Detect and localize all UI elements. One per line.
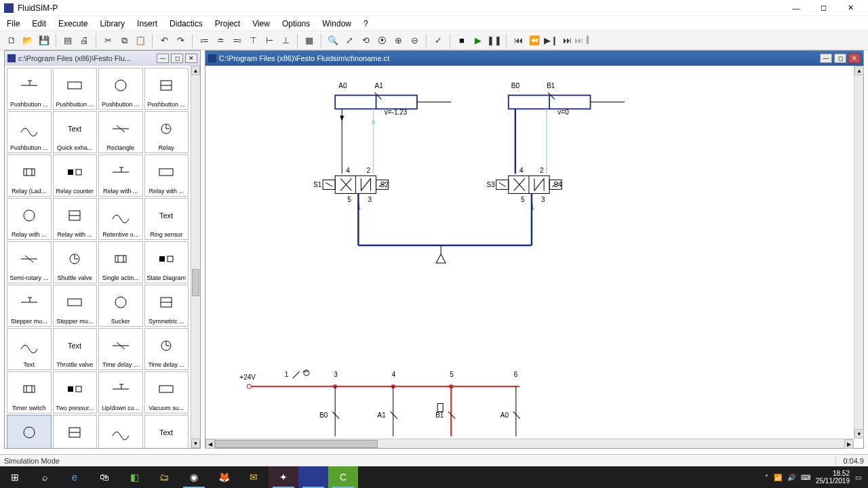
palette-item[interactable]: Two pressur... bbox=[53, 371, 98, 413]
doc-close-button[interactable]: ✕ bbox=[848, 54, 861, 63]
align-left-icon[interactable]: ≔ bbox=[197, 33, 212, 48]
camtasia-icon[interactable]: C bbox=[328, 466, 358, 488]
align-top-icon[interactable]: ⊤ bbox=[245, 33, 260, 48]
palette-item[interactable]: Valve solen... bbox=[53, 415, 98, 448]
firefox-icon[interactable]: 🦊 bbox=[209, 466, 239, 488]
open-icon[interactable]: 📂 bbox=[20, 33, 35, 48]
undo-icon[interactable]: ↶ bbox=[157, 33, 172, 48]
scroll-down-icon[interactable]: ▼ bbox=[191, 439, 200, 448]
palette-item[interactable]: Stepper mo... bbox=[7, 285, 52, 327]
tray-chevron-icon[interactable]: ˄ bbox=[765, 474, 768, 481]
zoom-prev-icon[interactable]: ⟲ bbox=[358, 33, 373, 48]
close-button[interactable]: ✕ bbox=[837, 0, 864, 16]
scroll-thumb[interactable] bbox=[215, 440, 378, 448]
menu-edit[interactable]: Edit bbox=[29, 18, 49, 30]
rewind-icon[interactable]: ⏮ bbox=[511, 33, 526, 48]
play-icon[interactable]: ▶ bbox=[471, 33, 486, 48]
step-back-icon[interactable]: ⏪ bbox=[527, 33, 542, 48]
palette-item[interactable]: Relay with ... bbox=[7, 198, 52, 240]
palette-item[interactable]: Rectangle bbox=[98, 111, 143, 153]
palette-header[interactable]: c:\Program Files (x86)\Festo Flu... — ◻ … bbox=[5, 51, 200, 66]
palette-item[interactable]: Sucker bbox=[98, 285, 143, 327]
palette-item[interactable]: State Diagram bbox=[144, 241, 189, 283]
edge-icon[interactable]: e bbox=[60, 466, 90, 488]
palette-item[interactable]: Time delay ... bbox=[144, 328, 189, 370]
scroll-up-icon[interactable]: ▲ bbox=[191, 66, 200, 75]
system-tray[interactable]: ˄ 📶 🔊 ⌨ 18.52 25/11/2019 ▭ bbox=[758, 470, 868, 485]
doc-hscrollbar[interactable]: ◀ ▶ bbox=[205, 439, 854, 448]
palette-item[interactable]: Up/down co... bbox=[98, 371, 143, 413]
document-header[interactable]: C:\Program Files (x86)\Festo Fluidsim\ct… bbox=[205, 51, 863, 66]
palette-item[interactable]: Relay (Lad... bbox=[7, 155, 52, 197]
new-icon[interactable]: 🗋 bbox=[4, 33, 19, 48]
palette-item[interactable]: TextQuick exha... bbox=[53, 111, 98, 153]
store-icon[interactable]: 🛍 bbox=[90, 466, 119, 488]
fluidsim-taskbar-icon[interactable] bbox=[298, 466, 328, 488]
palette-item[interactable]: Relay with ... bbox=[53, 198, 98, 240]
palette-item[interactable]: TextThrottle valve bbox=[53, 328, 98, 370]
palette-item[interactable]: Pushbutton ... bbox=[7, 111, 52, 153]
palette-item[interactable]: TextXOR bbox=[144, 415, 189, 448]
redo-icon[interactable]: ↷ bbox=[173, 33, 188, 48]
menu-help[interactable]: ? bbox=[361, 18, 371, 30]
palette-item[interactable]: Relay counter bbox=[53, 155, 98, 197]
cut-icon[interactable]: ✂ bbox=[100, 33, 115, 48]
scroll-up-icon[interactable]: ▲ bbox=[854, 66, 864, 75]
palette-item[interactable]: Single actin... bbox=[98, 241, 143, 283]
zoom-window-icon[interactable]: 🔍 bbox=[326, 33, 340, 48]
menu-insert[interactable]: Insert bbox=[134, 18, 160, 30]
palette-scrollbar[interactable]: ▲ ▼ bbox=[191, 66, 200, 448]
menu-window[interactable]: Window bbox=[319, 18, 354, 30]
palette-item[interactable]: Semi-rotary ... bbox=[7, 241, 52, 283]
minimize-button[interactable]: — bbox=[783, 0, 810, 16]
stop-icon[interactable]: ■ bbox=[454, 33, 469, 48]
palette-item[interactable]: Vacuum su... bbox=[144, 371, 189, 413]
align-middle-icon[interactable]: ⊢ bbox=[262, 33, 277, 48]
print-icon[interactable]: 🖨 bbox=[77, 33, 92, 48]
save-icon[interactable]: 💾 bbox=[37, 33, 52, 48]
doc-maximize-button[interactable]: ◻ bbox=[834, 54, 846, 63]
palette-item[interactable]: Time delay ... bbox=[98, 328, 143, 370]
menu-project[interactable]: Project bbox=[212, 18, 243, 30]
menu-file[interactable]: File bbox=[4, 18, 22, 30]
fast-fwd-icon[interactable]: ⏭ bbox=[559, 33, 574, 48]
align-center-icon[interactable]: ≐ bbox=[213, 33, 228, 48]
preview-icon[interactable]: ▤ bbox=[60, 33, 75, 48]
palette-item[interactable]: Valve sole... bbox=[7, 415, 52, 448]
palette-item[interactable]: Text bbox=[7, 328, 52, 370]
step-fwd-icon[interactable]: ▶❙ bbox=[543, 33, 558, 48]
palette-item[interactable]: Pushbutton ... bbox=[53, 68, 98, 110]
mail-icon[interactable]: ✉ bbox=[239, 466, 269, 488]
scroll-right-icon[interactable]: ▶ bbox=[844, 439, 854, 449]
menu-options[interactable]: Options bbox=[279, 18, 313, 30]
start-button[interactable]: ⊞ bbox=[0, 466, 30, 488]
align-right-icon[interactable]: ≕ bbox=[229, 33, 244, 48]
palette-item[interactable]: Stepper mo... bbox=[53, 285, 98, 327]
grid-icon[interactable]: ▦ bbox=[302, 33, 317, 48]
app2-icon[interactable]: ✦ bbox=[269, 466, 298, 488]
tray-lang-icon[interactable]: ⌨ bbox=[801, 474, 810, 481]
zoom-100-icon[interactable]: ⦿ bbox=[374, 33, 389, 48]
tray-clock[interactable]: 18.52 25/11/2019 bbox=[816, 470, 850, 485]
align-bottom-icon[interactable]: ⊥ bbox=[278, 33, 293, 48]
zoom-out-icon[interactable]: ⊖ bbox=[407, 33, 422, 48]
zoom-fit-icon[interactable]: ⤢ bbox=[342, 33, 357, 48]
maximize-button[interactable]: ◻ bbox=[810, 0, 837, 16]
palette-item[interactable]: Pushbutton ... bbox=[144, 68, 189, 110]
explorer-icon[interactable]: 🗂 bbox=[149, 466, 179, 488]
doc-vscrollbar[interactable]: ▲ ▼ bbox=[854, 66, 863, 439]
palette-item[interactable]: Pushbutton ... bbox=[98, 68, 143, 110]
palette-item[interactable]: TextRing sensor bbox=[144, 198, 189, 240]
chrome-icon[interactable]: ◉ bbox=[179, 466, 209, 488]
palette-item[interactable]: Timer switch bbox=[7, 371, 52, 413]
circuit-canvas[interactable]: A0 A1 v=-1.23 B0 B1 bbox=[205, 66, 854, 439]
tray-notifications-icon[interactable]: ▭ bbox=[855, 474, 861, 481]
check-icon[interactable]: ✓ bbox=[431, 33, 446, 48]
menu-library[interactable]: Library bbox=[97, 18, 127, 30]
copy-icon[interactable]: ⧉ bbox=[117, 33, 132, 48]
app1-icon[interactable]: ◧ bbox=[119, 466, 149, 488]
palette-item[interactable]: Symmetric ... bbox=[144, 285, 189, 327]
search-icon[interactable]: ⌕ bbox=[30, 466, 60, 488]
palette-item[interactable]: Retentive o... bbox=[98, 198, 143, 240]
tray-wifi-icon[interactable]: 📶 bbox=[774, 474, 782, 481]
